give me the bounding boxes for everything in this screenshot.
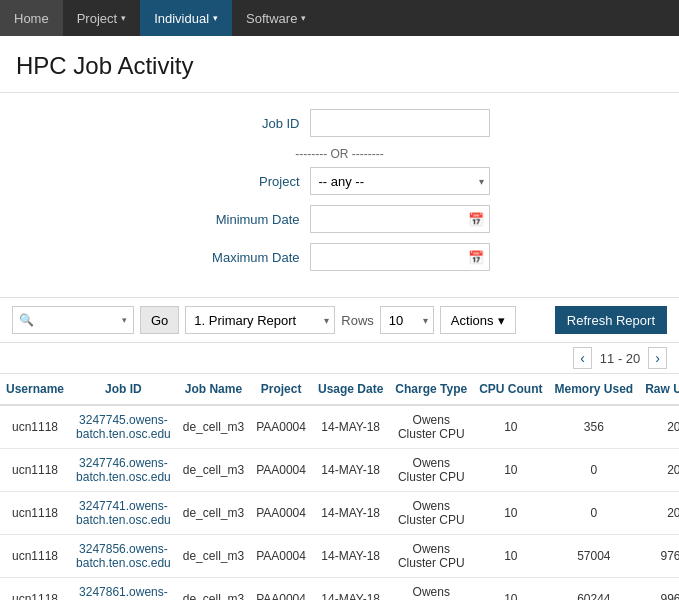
cell-job-name: de_cell_m3: [177, 405, 250, 449]
filter-form: Job ID -------- OR -------- Project -- a…: [0, 93, 679, 298]
table-row: ucn1118 3247745.owens-batch.ten.osc.edu …: [0, 405, 679, 449]
cell-username: ucn1118: [0, 449, 70, 492]
cell-charge-type: Owens Cluster CPU: [389, 492, 473, 535]
cell-charge-type: Owens Cluster CPU: [389, 578, 473, 601]
rows-label: Rows: [341, 313, 374, 328]
cell-project: PAA0004: [250, 492, 312, 535]
cell-raw-used: 20: [639, 492, 679, 535]
pagination-bar: ‹ 11 - 20 ›: [0, 343, 679, 374]
rows-select-wrap: 10 25 50 100 ▾: [380, 306, 434, 334]
cell-project: PAA0004: [250, 405, 312, 449]
cell-username: ucn1118: [0, 535, 70, 578]
col-usage-date[interactable]: Usage Date: [312, 374, 389, 405]
results-table-wrap: Username Job ID Job Name Project Usage D…: [0, 374, 679, 600]
col-memory-used[interactable]: Memory Used: [548, 374, 639, 405]
cell-memory-used: 57004: [548, 535, 639, 578]
cell-raw-used: 9960: [639, 578, 679, 601]
report-select[interactable]: 1. Primary Report: [185, 306, 335, 334]
chevron-down-icon: ▾: [301, 13, 306, 23]
col-charge-type[interactable]: Charge Type: [389, 374, 473, 405]
table-header-row: Username Job ID Job Name Project Usage D…: [0, 374, 679, 405]
job-id-input[interactable]: [310, 109, 490, 137]
cell-raw-used: 9760: [639, 535, 679, 578]
min-date-row: Minimum Date 01-MAY-18 📅: [60, 205, 619, 233]
col-job-id[interactable]: Job ID: [70, 374, 177, 405]
min-date-wrap: 01-MAY-18 📅: [310, 205, 490, 233]
page-range: 11 - 20: [600, 351, 640, 366]
job-id-link[interactable]: 3247741.owens-batch.ten.osc.edu: [76, 499, 171, 527]
cell-charge-type: Owens Cluster CPU: [389, 449, 473, 492]
cell-job-name: de_cell_m3: [177, 449, 250, 492]
cell-cpu-count: 10: [473, 449, 548, 492]
nav-project[interactable]: Project ▾: [63, 0, 140, 36]
job-id-link[interactable]: 3247856.owens-batch.ten.osc.edu: [76, 542, 171, 570]
calendar-icon[interactable]: 📅: [468, 250, 484, 265]
chevron-down-icon[interactable]: ▾: [122, 315, 127, 325]
actions-label: Actions: [451, 313, 494, 328]
cell-cpu-count: 10: [473, 578, 548, 601]
cell-usage-date: 14-MAY-18: [312, 492, 389, 535]
cell-memory-used: 0: [548, 492, 639, 535]
project-select-wrap: -- any -- ▾: [310, 167, 490, 195]
min-date-input[interactable]: 01-MAY-18: [310, 205, 490, 233]
job-id-row: Job ID: [60, 109, 619, 137]
col-cpu-count[interactable]: CPU Count: [473, 374, 548, 405]
nav-individual[interactable]: Individual ▾: [140, 0, 232, 36]
search-wrap[interactable]: 🔍 ▾: [12, 306, 134, 334]
chevron-down-icon: ▾: [121, 13, 126, 23]
job-id-link[interactable]: 3247861.owens-batch.ten.osc.edu: [76, 585, 171, 600]
go-button[interactable]: Go: [140, 306, 179, 334]
max-date-label: Maximum Date: [190, 250, 300, 265]
search-icon: 🔍: [19, 313, 34, 327]
cell-job-id: 3247745.owens-batch.ten.osc.edu: [70, 405, 177, 449]
nav-individual-label: Individual: [154, 11, 209, 26]
cell-cpu-count: 10: [473, 405, 548, 449]
cell-job-name: de_cell_m3: [177, 492, 250, 535]
max-date-wrap: 15-MAY-18 📅: [310, 243, 490, 271]
cell-project: PAA0004: [250, 535, 312, 578]
max-date-input[interactable]: 15-MAY-18: [310, 243, 490, 271]
cell-username: ucn1118: [0, 578, 70, 601]
cell-username: ucn1118: [0, 405, 70, 449]
nav-software[interactable]: Software ▾: [232, 0, 320, 36]
col-project[interactable]: Project: [250, 374, 312, 405]
project-select[interactable]: -- any --: [310, 167, 490, 195]
search-input[interactable]: [38, 313, 118, 328]
project-label: Project: [190, 174, 300, 189]
nav-home[interactable]: Home: [0, 0, 63, 36]
col-username[interactable]: Username: [0, 374, 70, 405]
cell-raw-used: 20: [639, 449, 679, 492]
toolbar: 🔍 ▾ Go 1. Primary Report ▾ Rows 10 25 50…: [0, 298, 679, 343]
job-id-label: Job ID: [190, 116, 300, 131]
nav-bar: Home Project ▾ Individual ▾ Software ▾: [0, 0, 679, 36]
chevron-down-icon: ▾: [498, 313, 505, 328]
calendar-icon[interactable]: 📅: [468, 212, 484, 227]
nav-project-label: Project: [77, 11, 117, 26]
actions-button[interactable]: Actions ▾: [440, 306, 516, 334]
cell-job-id: 3247861.owens-batch.ten.osc.edu: [70, 578, 177, 601]
results-table: Username Job ID Job Name Project Usage D…: [0, 374, 679, 600]
project-row: Project -- any -- ▾: [60, 167, 619, 195]
min-date-label: Minimum Date: [190, 212, 300, 227]
col-raw-used[interactable]: Raw Used: [639, 374, 679, 405]
cell-usage-date: 14-MAY-18: [312, 578, 389, 601]
table-row: ucn1118 3247741.owens-batch.ten.osc.edu …: [0, 492, 679, 535]
max-date-row: Maximum Date 15-MAY-18 📅: [60, 243, 619, 271]
refresh-button[interactable]: Refresh Report: [555, 306, 667, 334]
cell-job-name: de_cell_m3: [177, 578, 250, 601]
next-page-button[interactable]: ›: [648, 347, 667, 369]
cell-usage-date: 14-MAY-18: [312, 535, 389, 578]
cell-charge-type: Owens Cluster CPU: [389, 405, 473, 449]
job-id-link[interactable]: 3247745.owens-batch.ten.osc.edu: [76, 413, 171, 441]
col-job-name[interactable]: Job Name: [177, 374, 250, 405]
cell-project: PAA0004: [250, 449, 312, 492]
rows-select[interactable]: 10 25 50 100: [380, 306, 434, 334]
table-row: ucn1118 3247856.owens-batch.ten.osc.edu …: [0, 535, 679, 578]
table-row: ucn1118 3247746.owens-batch.ten.osc.edu …: [0, 449, 679, 492]
prev-page-button[interactable]: ‹: [573, 347, 592, 369]
cell-charge-type: Owens Cluster CPU: [389, 535, 473, 578]
report-select-wrap: 1. Primary Report ▾: [185, 306, 335, 334]
job-id-link[interactable]: 3247746.owens-batch.ten.osc.edu: [76, 456, 171, 484]
table-row: ucn1118 3247861.owens-batch.ten.osc.edu …: [0, 578, 679, 601]
or-divider: -------- OR --------: [60, 147, 619, 161]
